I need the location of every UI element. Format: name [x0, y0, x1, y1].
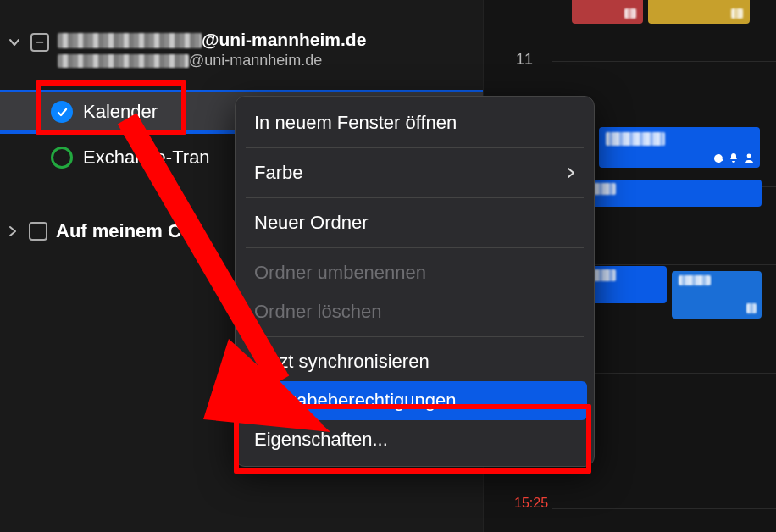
grid-line [552, 61, 776, 62]
blurred-event-title [679, 275, 711, 285]
menu-item-label: Ordner umbenennen [254, 262, 426, 284]
calendar-event[interactable] [572, 0, 643, 24]
menu-properties[interactable]: Eigenschaften... [242, 420, 587, 459]
menu-delete-folder: Ordner löschen [242, 292, 587, 331]
menu-open-new-window[interactable]: In neuem Fenster öffnen [242, 103, 587, 142]
event-status-icon [731, 8, 743, 19]
calendar-event[interactable] [648, 0, 750, 24]
menu-separator [246, 247, 584, 248]
sidebar-item-label: Kalender [83, 101, 158, 123]
event-status-icon [746, 303, 757, 313]
menu-item-label: Neuer Ordner [254, 212, 369, 234]
menu-sync-now[interactable]: Jetzt synchronisieren [242, 342, 587, 381]
menu-item-label: Freigabeberechtigungen... [254, 390, 472, 412]
blurred-event-title [606, 132, 665, 146]
menu-rename-folder: Ordner umbenennen [242, 253, 587, 292]
menu-color[interactable]: Farbe [242, 153, 587, 192]
chevron-right-icon[interactable] [5, 224, 20, 239]
menu-new-folder[interactable]: Neuer Ordner [242, 203, 587, 242]
sidebar-item-kalender[interactable]: Kalender [51, 93, 158, 130]
unchecked-circle-icon[interactable] [51, 147, 73, 169]
sidebar-section-label: Auf meinem Co [56, 220, 192, 242]
current-time-indicator: 15:25 [514, 496, 548, 511]
hour-label: 11 [516, 51, 533, 69]
grid-line [552, 508, 776, 509]
menu-item-label: Farbe [254, 162, 302, 184]
blurred-username-sub [58, 54, 189, 68]
event-indicator-icons [712, 152, 755, 164]
chevron-down-icon[interactable] [7, 35, 22, 50]
blurred-username [58, 33, 202, 48]
chevron-right-icon [567, 167, 575, 179]
empty-checkbox-icon[interactable] [29, 222, 47, 241]
menu-separator [246, 147, 584, 148]
checkmark-icon[interactable] [51, 101, 73, 123]
account-primary-email: @uni-mannheim.de [58, 30, 366, 50]
calendar-event[interactable] [599, 127, 760, 168]
menu-item-label: In neuem Fenster öffnen [254, 112, 457, 134]
menu-share-permissions[interactable]: Freigabeberechtigungen... [242, 381, 587, 420]
menu-separator [246, 197, 584, 198]
account-row[interactable]: − @uni-mannheim.de @uni-mannheim.de [0, 0, 483, 76]
account-secondary-email: @uni-mannheim.de [58, 52, 366, 69]
menu-item-label: Ordner löschen [254, 301, 381, 323]
menu-separator [246, 336, 584, 337]
calendar-event[interactable] [672, 271, 762, 319]
context-menu: In neuem Fenster öffnen Farbe Neuer Ordn… [235, 96, 595, 467]
sidebar-item-label: Exchange-Tran [83, 147, 210, 169]
sidebar-section-local[interactable]: Auf meinem Co [5, 220, 192, 242]
svg-point-0 [747, 154, 751, 158]
sidebar-item-exchange[interactable]: Exchange-Tran [51, 139, 210, 176]
event-status-icon [624, 8, 636, 19]
collapse-minus-box[interactable]: − [30, 33, 49, 52]
menu-item-label: Eigenschaften... [254, 429, 388, 451]
menu-item-label: Jetzt synchronisieren [254, 351, 430, 373]
